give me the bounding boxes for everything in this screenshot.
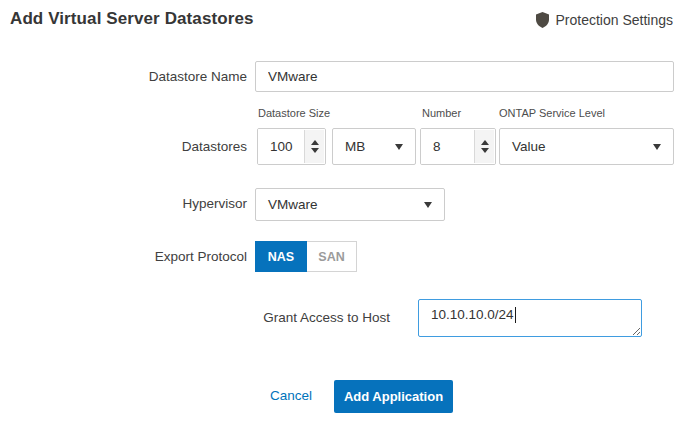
size-unit-select[interactable]: MB [332, 128, 416, 165]
number-label: Number [422, 107, 461, 119]
page-title: Add Virtual Server Datastores [10, 9, 254, 29]
protection-settings-label: Protection Settings [555, 12, 673, 28]
stepper-up-icon[interactable] [481, 140, 489, 145]
datastores-label: Datastores [0, 139, 247, 154]
ontap-service-level-value: Value [512, 139, 546, 154]
datastore-name-label: Datastore Name [0, 69, 247, 84]
export-protocol-toggle: NAS SAN [255, 241, 357, 272]
datastore-size-label: Datastore Size [258, 107, 330, 119]
chevron-down-icon [653, 144, 661, 150]
protection-settings-button[interactable]: Protection Settings [536, 12, 673, 28]
hypervisor-value: VMware [268, 197, 318, 212]
size-unit-value: MB [345, 139, 365, 154]
stepper-down-icon[interactable] [311, 148, 319, 153]
san-toggle-button[interactable]: SAN [307, 241, 357, 272]
stepper-down-icon[interactable] [481, 148, 489, 153]
add-datastores-dialog: Add Virtual Server Datastores Protection… [0, 0, 687, 422]
stepper-up-icon[interactable] [311, 140, 319, 145]
shield-icon [536, 12, 549, 28]
grant-access-textarea[interactable]: 10.10.10.0/24 [418, 299, 642, 337]
datastore-name-input[interactable] [255, 61, 674, 92]
grant-access-label: Grant Access to Host [0, 310, 390, 325]
add-application-button[interactable]: Add Application [334, 380, 453, 413]
datastore-number-stepper[interactable] [474, 130, 494, 163]
cancel-button[interactable]: Cancel [270, 388, 312, 403]
datastore-size-stepper[interactable] [304, 130, 324, 163]
hypervisor-select[interactable]: VMware [255, 188, 445, 221]
export-protocol-label: Export Protocol [0, 249, 247, 264]
nas-toggle-button[interactable]: NAS [255, 241, 307, 272]
chevron-down-icon [395, 144, 403, 150]
hypervisor-label: Hypervisor [0, 196, 247, 211]
chevron-down-icon [424, 202, 432, 208]
ontap-service-level-label: ONTAP Service Level [499, 107, 605, 119]
ontap-service-level-select[interactable]: Value [499, 128, 674, 165]
text-cursor [515, 307, 516, 323]
